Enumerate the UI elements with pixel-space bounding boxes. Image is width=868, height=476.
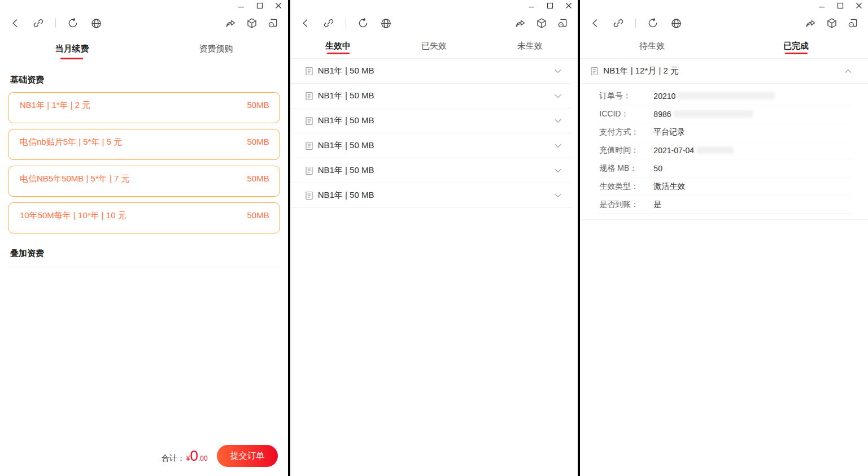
plan-item-title: NB1年 | 50 MB <box>318 190 374 201</box>
tab-active-underline <box>785 53 808 54</box>
chevron-down-icon[interactable] <box>553 91 563 101</box>
tab-pending-effective[interactable]: 待生效 <box>580 34 724 58</box>
tab-active-underline <box>60 58 83 59</box>
order-item-header[interactable]: NB1年 | 12*月 | 2 元 <box>580 59 868 84</box>
maximize-icon[interactable] <box>256 2 264 9</box>
fee-card[interactable]: NB1年 | 1*年 | 2 元 50MB <box>8 92 280 123</box>
package-icon[interactable] <box>826 17 838 29</box>
toolbar-divider <box>635 19 636 28</box>
tab-completed[interactable]: 已完成 <box>724 34 868 58</box>
document-icon <box>305 116 313 126</box>
checkout-bar: 合计： ¥ 0 .00 提交订单 <box>0 435 288 476</box>
plan-item-title: NB1年 | 50 MB <box>318 90 374 101</box>
package-icon[interactable] <box>535 17 548 29</box>
tab-effective[interactable]: 生效中 <box>290 34 386 58</box>
detail-row-recharge-time: 充值时间： 2021-07-04 <box>599 141 852 159</box>
total-decimal: .00 <box>198 455 208 462</box>
detail-label: 支付方式： <box>599 127 653 137</box>
fee-card-title: NB1年 | 1*年 | 2 元 <box>20 100 90 111</box>
order-list: NB1年 | 12*月 | 2 元 订单号： 20210 ICCID： 8986… <box>580 59 868 476</box>
chevron-down-icon[interactable] <box>553 166 563 176</box>
globe-icon[interactable] <box>670 17 682 29</box>
plan-list: NB1年 | 50 MB NB1年 | 50 MB NB1年 | 50 MB N… <box>290 59 578 476</box>
tab-label: 待生效 <box>639 41 665 51</box>
link-icon[interactable] <box>32 17 45 29</box>
tab-label: 当月续费 <box>55 44 89 54</box>
tab-not-effective[interactable]: 未生效 <box>482 34 578 58</box>
detail-row-spec-mb: 规格 MB： 50 <box>599 159 852 178</box>
fee-card[interactable]: 10年50M每年 | 10*年 | 10 元 50MB <box>8 202 280 233</box>
minimize-icon[interactable] <box>527 2 535 9</box>
document-icon <box>305 141 313 150</box>
total-label: 合计： <box>162 453 185 464</box>
refresh-icon[interactable] <box>357 17 369 29</box>
toolbar <box>0 12 288 34</box>
back-icon[interactable] <box>9 17 21 29</box>
detail-label: 订单号： <box>599 91 653 101</box>
titlebar <box>290 0 578 12</box>
close-icon[interactable] <box>855 2 862 9</box>
refresh-icon[interactable] <box>647 17 659 29</box>
refresh-icon[interactable] <box>67 17 79 29</box>
toolbar-divider <box>346 19 346 28</box>
detail-value: 是 <box>653 200 661 210</box>
plugin-icon[interactable] <box>847 17 859 29</box>
detail-row-credited: 是否到账： 是 <box>599 196 852 214</box>
tab-fee-prepurchase[interactable]: 资费预购 <box>144 34 288 63</box>
maximize-icon[interactable] <box>836 2 844 9</box>
detail-row-effective-type: 生效类型： 激活生效 <box>599 178 852 196</box>
document-icon <box>305 191 313 200</box>
redacted-text <box>678 92 775 99</box>
plugin-icon[interactable] <box>556 17 569 29</box>
link-icon[interactable] <box>322 17 335 29</box>
redacted-text <box>674 110 753 118</box>
toolbar <box>580 12 868 34</box>
fee-card[interactable]: 电信nb贴片5年 | 5*年 | 5 元 50MB <box>8 129 280 160</box>
toolbar <box>290 12 578 34</box>
detail-value: 8986 <box>653 110 752 119</box>
globe-icon[interactable] <box>380 17 392 29</box>
back-icon[interactable] <box>589 17 601 29</box>
fee-card-title: 10年50M每年 | 10*年 | 10 元 <box>20 210 127 221</box>
plan-list-item[interactable]: NB1年 | 50 MB <box>290 109 572 133</box>
chevron-up-icon[interactable] <box>843 66 853 76</box>
fee-card[interactable]: 电信NB5年50MB | 5*年 | 7 元 50MB <box>8 166 280 197</box>
detail-value: 平台记录 <box>653 127 685 137</box>
share-icon[interactable] <box>805 17 817 29</box>
chevron-down-icon[interactable] <box>553 191 563 201</box>
close-icon[interactable] <box>275 2 282 9</box>
plan-list-item[interactable]: NB1年 | 50 MB <box>290 59 572 84</box>
chevron-down-icon[interactable] <box>553 116 563 126</box>
minimize-icon[interactable] <box>818 2 825 9</box>
share-icon[interactable] <box>514 17 527 29</box>
renew-content: 基础资费 NB1年 | 1*年 | 2 元 50MB 电信nb贴片5年 | 5*… <box>0 63 288 476</box>
share-icon[interactable] <box>225 17 237 29</box>
fee-card-spec: 50MB <box>247 210 269 220</box>
chevron-down-icon[interactable] <box>553 66 563 76</box>
maximize-icon[interactable] <box>546 2 553 9</box>
tab-label: 生效中 <box>325 41 351 51</box>
back-icon[interactable] <box>299 17 312 29</box>
link-icon[interactable] <box>612 17 625 29</box>
chevron-down-icon[interactable] <box>553 141 563 151</box>
tab-current-month-renew[interactable]: 当月续费 <box>0 34 144 63</box>
detail-label: 充值时间： <box>599 145 653 155</box>
detail-value: 20210 <box>653 92 775 101</box>
plan-list-item[interactable]: NB1年 | 50 MB <box>290 183 572 208</box>
details-bottom-divider <box>580 219 868 220</box>
submit-order-button[interactable]: 提交订单 <box>217 445 278 467</box>
plan-list-item[interactable]: NB1年 | 50 MB <box>290 133 572 158</box>
plugin-icon[interactable] <box>267 17 279 29</box>
globe-icon[interactable] <box>90 17 102 29</box>
detail-value: 50 <box>653 164 662 173</box>
close-icon[interactable] <box>565 2 572 9</box>
tab-expired[interactable]: 已失效 <box>386 34 482 58</box>
total-integer: 0 <box>190 448 198 463</box>
minimize-icon[interactable] <box>238 2 245 9</box>
plan-list-item[interactable]: NB1年 | 50 MB <box>290 158 572 183</box>
document-icon <box>305 92 313 101</box>
plan-list-item[interactable]: NB1年 | 50 MB <box>290 84 572 109</box>
order-details: 订单号： 20210 ICCID： 8986 支付方式： 平台记录 充值时间： … <box>580 84 868 220</box>
fee-card-title: 电信NB5年50MB | 5*年 | 7 元 <box>20 174 130 184</box>
package-icon[interactable] <box>246 17 258 29</box>
